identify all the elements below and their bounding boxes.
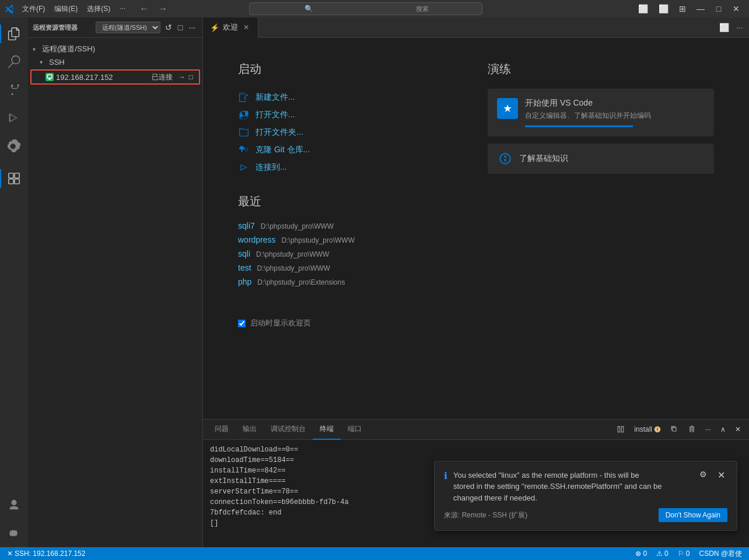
new-file-item[interactable]: 新建文件...: [238, 89, 464, 106]
learn-basics-card[interactable]: 了解基础知识: [488, 144, 714, 174]
dont-show-again-button[interactable]: Don't Show Again: [659, 508, 727, 522]
sidebar-action-buttons: ↺ □ ···: [163, 22, 198, 33]
notification-settings-button[interactable]: ⚙: [697, 470, 709, 479]
welcome-tab[interactable]: ⚡ 欢迎 ✕: [203, 18, 258, 38]
activity-item-run[interactable]: [0, 104, 28, 132]
open-file-item[interactable]: 打开文件...: [238, 106, 464, 124]
sidebar-dropdown[interactable]: 远程(隧道/SSH): [96, 22, 160, 33]
ssh-open-window[interactable]: □: [188, 72, 194, 82]
notification-footer: 来源: Remote - SSH (扩展) Don't Show Again: [444, 508, 727, 522]
watermark-label: CSDN @君使: [699, 549, 742, 559]
notification-info-icon: ℹ: [444, 470, 447, 481]
error-count: 0: [643, 550, 647, 558]
menu-file[interactable]: 文件(F): [19, 3, 48, 15]
panel-tab-problems[interactable]: 问题: [208, 419, 236, 440]
activity-item-source-control[interactable]: [0, 76, 28, 104]
recent-section: 最近 sqli7 D:\phpstudy_pro\WWW wordpress D…: [238, 194, 464, 289]
tab-icon: ⚡: [210, 23, 219, 32]
panel-tab-ports[interactable]: 端口: [341, 419, 369, 440]
recent-item-1[interactable]: wordpress D:\phpstudy_pro\WWW: [238, 233, 464, 247]
layout-icon-3[interactable]: ⊞: [674, 2, 691, 15]
panel-tab-output[interactable]: 输出: [236, 419, 264, 440]
walkthroughs-star-icon: ★: [497, 98, 518, 119]
new-window-button[interactable]: □: [176, 22, 185, 33]
menu-more[interactable]: ···: [116, 3, 129, 15]
open-folder-item[interactable]: 打开文件夹...: [238, 124, 464, 141]
connect-to-label: 连接到...: [256, 162, 287, 173]
activity-item-search[interactable]: [0, 48, 28, 76]
ssh-status-icon: ✕: [7, 550, 13, 558]
panel-tab-terminal[interactable]: 终端: [313, 419, 341, 440]
notification-header: ℹ You selected "linux" as the remote pla…: [444, 470, 727, 504]
open-file-icon: [238, 109, 250, 121]
walkthroughs-section-title: 演练: [488, 61, 714, 77]
recent-item-0[interactable]: sqli7 D:\phpstudy_pro\WWW: [238, 219, 464, 233]
activity-item-remote-explorer[interactable]: [0, 164, 28, 192]
panel-split-button[interactable]: [613, 424, 628, 435]
layout-icon-2[interactable]: ⬜: [654, 2, 673, 15]
svg-rect-4: [47, 75, 52, 78]
ssh-status-item[interactable]: ✕ SSH: 192.168.217.152: [5, 550, 88, 558]
notification-text-line3: changed there if needed.: [453, 492, 691, 504]
more-editor-actions[interactable]: ···: [733, 22, 747, 33]
open-file-label: 打开文件...: [256, 110, 295, 120]
panel-trash-button[interactable]: [684, 424, 699, 435]
connect-to-item[interactable]: 连接到...: [238, 159, 464, 176]
ssh-ip-label: 192.168.217.152: [56, 73, 149, 82]
activity-item-settings[interactable]: [0, 519, 28, 547]
panel-more-button[interactable]: ···: [702, 424, 715, 435]
status-bar: ✕ SSH: 192.168.217.152 ⊗ 0 ⚠ 0 ⚐ 0 CSDN …: [0, 547, 749, 560]
tree-ssh-section[interactable]: ▾ SSH: [28, 55, 202, 68]
panel-chevron-up-button[interactable]: ∧: [717, 424, 729, 435]
knowledge-icon: [497, 150, 513, 167]
recent-section-title: 最近: [238, 194, 464, 209]
ssh-connection-item[interactable]: 192.168.217.152 已连接 → □: [30, 69, 200, 85]
status-bar-right: ⊗ 0 ⚠ 0 ⚐ 0 CSDN @君使: [633, 549, 744, 559]
info-count-icon: ⚐: [678, 550, 684, 558]
navigation-buttons: ← →: [136, 2, 171, 15]
status-errors[interactable]: ⊗ 0: [633, 550, 649, 558]
status-info[interactable]: ⚐ 0: [676, 550, 692, 558]
notification-close-button[interactable]: ✕: [715, 470, 727, 481]
layout-icon-1[interactable]: ⬜: [634, 2, 653, 15]
clone-git-item[interactable]: 克隆 Git 仓库...: [238, 141, 464, 159]
get-started-card[interactable]: ★ 开始使用 VS Code 自定义编辑器、了解基础知识并开始编码: [488, 89, 714, 136]
recent-item-3[interactable]: test D:\phpstudy_pro\WWW: [238, 261, 464, 275]
nav-back-button[interactable]: ←: [136, 2, 152, 15]
walkthroughs-title: 开始使用 VS Code: [525, 98, 705, 108]
panel-copy-button[interactable]: [667, 424, 682, 435]
nav-forward-button[interactable]: →: [155, 2, 171, 15]
error-icon: ⊗: [635, 550, 641, 558]
tree-arrow-icon: ▾: [33, 46, 40, 52]
refresh-button[interactable]: ↺: [163, 22, 174, 33]
status-warnings[interactable]: ⚠ 0: [654, 550, 671, 558]
search-bar[interactable]: 🔍 搜索: [249, 2, 482, 15]
panel-close-button[interactable]: ✕: [732, 424, 744, 435]
activity-item-accounts[interactable]: [0, 491, 28, 519]
panel-tab-debug[interactable]: 调试控制台: [264, 419, 313, 440]
more-actions-button[interactable]: ···: [186, 22, 198, 33]
panel-install-button[interactable]: install: [631, 424, 664, 435]
activity-item-explorer[interactable]: [0, 20, 28, 48]
svg-rect-0: [9, 173, 13, 178]
welcome-right-column: 演练 ★ 开始使用 VS Code 自定义编辑器、了解基础知识并开始编码 了解基…: [488, 61, 714, 396]
startup-checkbox[interactable]: [238, 320, 246, 327]
tab-close-button[interactable]: ✕: [242, 23, 251, 32]
close-button[interactable]: ✕: [728, 2, 744, 15]
split-editor-button[interactable]: ⬜: [716, 22, 733, 33]
tree-root-item[interactable]: ▾ 远程(隧道/SSH): [28, 43, 202, 55]
startup-checkbox-area: 启动时显示欢迎页: [238, 312, 464, 334]
menu-select[interactable]: 选择(S): [83, 3, 114, 15]
svg-rect-1: [15, 173, 19, 178]
activity-item-extensions[interactable]: [0, 132, 28, 160]
search-placeholder: 搜索: [368, 5, 477, 13]
ssh-status-label: SSH: 192.168.217.152: [15, 550, 85, 558]
vscode-logo-icon: [5, 4, 14, 13]
minimize-button[interactable]: —: [692, 2, 709, 15]
recent-item-4[interactable]: php D:\phpstudy_pro\Extensions: [238, 275, 464, 289]
startup-checkbox-label[interactable]: 启动时显示欢迎页: [250, 318, 311, 328]
recent-item-2[interactable]: sqli D:\phpstudy_pro\WWW: [238, 247, 464, 261]
menu-edit[interactable]: 编辑(E): [51, 3, 81, 15]
ssh-open-folder-arrow[interactable]: →: [177, 72, 187, 82]
maximize-button[interactable]: □: [710, 2, 727, 15]
